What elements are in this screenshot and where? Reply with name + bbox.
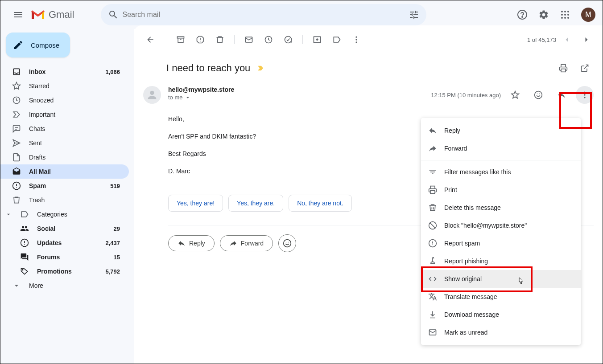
header: Gmail M — [0, 0, 603, 29]
print-button[interactable] — [554, 59, 572, 77]
labels-button[interactable] — [328, 31, 346, 49]
menu-item-report-phishing[interactable]: Report phishing — [421, 252, 581, 270]
sidebar-item-all-mail[interactable]: All Mail — [0, 164, 129, 179]
sidebar-category-social[interactable]: Social29 — [0, 221, 129, 236]
svg-point-29 — [284, 240, 291, 247]
reaction-button[interactable] — [529, 86, 547, 104]
delete-button[interactable] — [211, 31, 229, 49]
app-name: Gmail — [49, 9, 74, 20]
svg-point-28 — [584, 97, 585, 98]
reply-icon — [428, 126, 437, 135]
sidebar-item-sent[interactable]: Sent — [0, 136, 129, 150]
menu-item-filter-messages-like-this[interactable]: Filter messages like this — [421, 163, 581, 181]
forums-icon — [20, 253, 29, 262]
sender-avatar[interactable] — [143, 86, 161, 104]
promotions-icon — [20, 267, 29, 276]
report-spam-button[interactable] — [191, 31, 209, 49]
reply-suggestion-2[interactable]: No, they are not. — [289, 195, 352, 212]
menu-item-show-original[interactable]: Show original — [421, 270, 581, 288]
menu-item-forward[interactable]: Forward — [421, 139, 581, 157]
move-to-button[interactable] — [308, 31, 326, 49]
unread-icon — [428, 328, 437, 337]
sidebar-item-chats[interactable]: Chats — [0, 122, 129, 136]
search-options-button[interactable] — [405, 6, 423, 24]
sidebar-category-promotions[interactable]: Promotions5,792 — [0, 264, 129, 278]
sidebar-item-starred[interactable]: Starred — [0, 79, 129, 93]
forward-button[interactable]: Forward — [220, 235, 273, 251]
sidebar-item-inbox[interactable]: Inbox1,066 — [0, 65, 129, 79]
timestamp: 12:15 PM (10 minutes ago) — [431, 92, 501, 98]
importance-marker-icon[interactable] — [256, 64, 264, 72]
main-menu-button[interactable] — [8, 4, 29, 25]
settings-button[interactable] — [535, 6, 553, 24]
menu-item-translate-message[interactable]: Translate message — [421, 288, 581, 306]
gmail-logo[interactable]: Gmail — [31, 9, 74, 20]
svg-rect-30 — [430, 191, 435, 194]
sidebar-category-forums[interactable]: Forums15 — [0, 250, 129, 264]
svg-point-7 — [567, 14, 569, 16]
sidebar: Compose Inbox1,066StarredSnoozedImportan… — [0, 29, 134, 364]
starred-icon — [12, 82, 21, 90]
sidebar-item-important[interactable]: Important — [0, 107, 129, 122]
toolbar: 1 of 45,173 — [134, 29, 603, 50]
support-button[interactable] — [513, 6, 531, 24]
search-icon[interactable] — [104, 6, 122, 24]
svg-point-6 — [564, 14, 566, 16]
social-icon — [20, 224, 29, 233]
reply-button[interactable]: Reply — [168, 235, 215, 251]
menu-item-reply[interactable]: Reply — [421, 122, 581, 139]
spam-icon — [428, 239, 437, 248]
more-options-button[interactable] — [576, 86, 594, 104]
recipient-label[interactable]: to me — [168, 94, 431, 101]
back-button[interactable] — [141, 31, 159, 49]
star-button[interactable] — [506, 86, 524, 104]
sidebar-item-more[interactable]: More — [0, 278, 129, 293]
mark-unread-button[interactable] — [240, 31, 258, 49]
apps-button[interactable] — [556, 6, 574, 24]
download-icon — [428, 310, 437, 319]
account-avatar[interactable]: M — [581, 8, 595, 22]
menu-item-download-message[interactable]: Download message — [421, 306, 581, 323]
archive-button[interactable] — [172, 31, 190, 49]
menu-item-report-spam[interactable]: Report spam — [421, 234, 581, 252]
filter-icon — [428, 168, 437, 176]
reply-icon-button[interactable] — [553, 86, 570, 104]
delete-icon — [428, 203, 437, 212]
menu-item-block-hello-mywpsite-store-[interactable]: Block "hello@mywpsite.store" — [421, 217, 581, 234]
sidebar-item-snoozed[interactable]: Snoozed — [0, 93, 129, 107]
expand-more-icon — [12, 281, 21, 290]
open-new-window-button[interactable] — [576, 59, 594, 77]
sidebar-item-trash[interactable]: Trash — [0, 193, 129, 207]
menu-item-delete-this-message[interactable]: Delete this message — [421, 199, 581, 217]
more-toolbar-button[interactable] — [347, 31, 365, 49]
add-reaction-button[interactable] — [278, 234, 296, 252]
chevron-down-icon — [185, 94, 191, 101]
add-task-button[interactable] — [279, 31, 297, 49]
inbox-icon — [12, 67, 21, 76]
compose-button[interactable]: Compose — [6, 33, 70, 57]
email-subject: I need to reach you — [166, 62, 250, 74]
sidebar-item-categories[interactable]: Categories — [0, 207, 129, 221]
updates-icon — [20, 238, 29, 247]
sidebar-item-spam[interactable]: Spam519 — [0, 179, 129, 193]
svg-rect-15 — [178, 37, 184, 38]
snooze-button[interactable] — [260, 31, 277, 49]
sidebar-category-updates[interactable]: Updates2,437 — [0, 236, 129, 250]
svg-point-5 — [561, 14, 563, 16]
svg-point-10 — [567, 17, 569, 19]
menu-item-mark-as-unread[interactable]: Mark as unread — [421, 323, 581, 341]
drafts-icon — [12, 153, 21, 162]
compose-label: Compose — [31, 41, 59, 49]
reply-suggestion-1[interactable]: Yes, they are. — [228, 195, 283, 212]
sidebar-item-drafts[interactable]: Drafts — [0, 150, 129, 164]
svg-point-1 — [522, 16, 523, 17]
svg-point-2 — [561, 11, 563, 12]
newer-button[interactable] — [558, 31, 576, 49]
menu-item-print[interactable]: Print — [421, 181, 581, 199]
older-button[interactable] — [578, 31, 595, 49]
search-bar — [101, 4, 426, 25]
reply-suggestion-0[interactable]: Yes, they are! — [168, 195, 223, 212]
categories-icon — [20, 210, 29, 219]
block-icon — [428, 221, 437, 230]
search-input[interactable] — [122, 11, 405, 19]
